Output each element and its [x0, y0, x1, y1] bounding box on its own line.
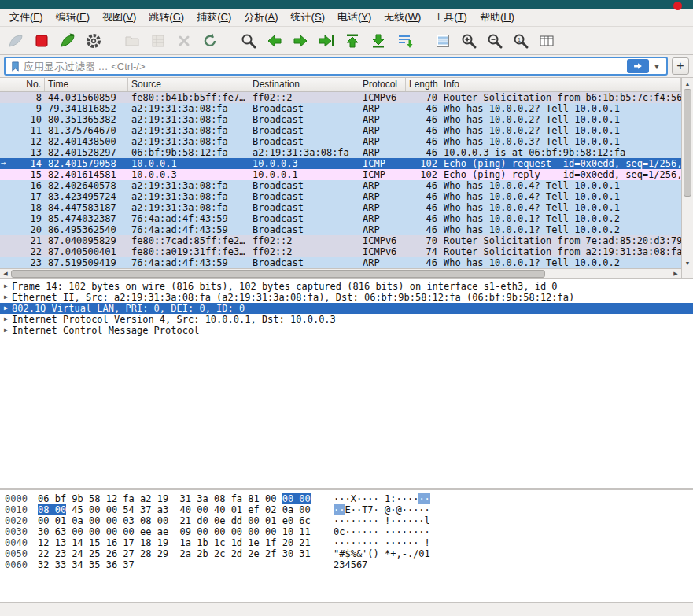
- go-to-packet-button[interactable]: [315, 29, 338, 53]
- filter-apply-button[interactable]: [627, 59, 649, 73]
- hex-line-0040[interactable]: 004012 13 14 15 16 17 18 19 1a 1b 1c 1d …: [5, 537, 693, 548]
- packet-row-9[interactable]: 979.341816852a2:19:31:3a:08:faBroadcastA…: [0, 103, 681, 114]
- menu-wireless[interactable]: 无线(W): [378, 9, 427, 26]
- menu-file[interactable]: 文件(F): [3, 9, 50, 26]
- packet-row-17[interactable]: 1783.423495724a2:19:31:3a:08:faBroadcast…: [0, 191, 681, 202]
- scroll-right-icon[interactable]: ▶: [670, 269, 681, 278]
- title-bar[interactable]: [0, 0, 693, 9]
- resize-columns-button[interactable]: [535, 29, 558, 53]
- hscroll-track[interactable]: [11, 269, 670, 278]
- scroll-down-icon[interactable]: ▼: [682, 257, 693, 268]
- find-packet-button[interactable]: [237, 29, 260, 53]
- packet-row-8[interactable]: 844.031560859fe80::b41b:b5ff:fe7…ff02::2…: [0, 92, 681, 103]
- auto-scroll-button[interactable]: [393, 29, 416, 53]
- expand-triangle-icon[interactable]: ▶: [0, 303, 12, 314]
- hex-line-0060[interactable]: 006032 33 34 35 36 37234567: [5, 559, 693, 570]
- packet-row-19[interactable]: 1985.47403238776:4a:ad:4f:43:59Broadcast…: [0, 213, 681, 224]
- packet-row-13[interactable]: 1382.40152829706:bf:9b:58:12:faa2:19:31:…: [0, 147, 681, 158]
- packet-row-10[interactable]: 1080.351365382a2:19:31:3a:08:faBroadcast…: [0, 114, 681, 125]
- menu-help[interactable]: 帮助(H): [474, 9, 521, 26]
- open-file-button: [120, 29, 144, 53]
- main-toolbar: 1: [0, 26, 693, 55]
- menu-capture[interactable]: 捕获(C): [190, 9, 238, 26]
- detail-row-3[interactable]: ▶Internet Protocol Version 4, Src: 10.0.…: [0, 314, 693, 325]
- go-forward-button[interactable]: [289, 29, 312, 53]
- menu-statistics[interactable]: 统计(S): [285, 9, 331, 26]
- vscroll-track[interactable]: [682, 89, 693, 257]
- zoom-in-button[interactable]: [457, 29, 481, 53]
- horizontal-scrollbar[interactable]: ◀ ▶: [0, 268, 681, 278]
- close-window-button[interactable]: [673, 2, 682, 10]
- packet-row-14[interactable]: →1482.40157905810.0.0.110.0.0.3ICMP102Ec…: [0, 158, 681, 169]
- capture-options-button[interactable]: [82, 29, 105, 53]
- cell-no: 18: [0, 202, 45, 213]
- cell-no: 10: [0, 114, 45, 125]
- hex-line-0020[interactable]: 002000 01 0a 00 00 03 08 00 21 d0 0e dd …: [5, 515, 693, 526]
- column-header-info[interactable]: Info: [440, 78, 681, 91]
- packet-row-21[interactable]: 2187.040095829fe80::7cad:85ff:fe2…ff02::…: [0, 235, 681, 246]
- vscroll-thumb[interactable]: [684, 89, 691, 197]
- expand-triangle-icon[interactable]: ▶: [0, 314, 12, 325]
- restart-capture-button[interactable]: [56, 29, 79, 53]
- svg-text:1: 1: [518, 37, 521, 42]
- expand-triangle-icon[interactable]: ▶: [0, 292, 12, 303]
- filter-bookmark-icon[interactable]: [7, 61, 24, 72]
- cell-source: a2:19:31:3a:08:fa: [128, 136, 249, 147]
- hscroll-thumb[interactable]: [11, 270, 545, 278]
- save-file-button: [146, 29, 170, 53]
- auto-scroll-icon: [396, 32, 413, 50]
- scroll-left-icon[interactable]: ◀: [0, 269, 11, 278]
- packet-row-12[interactable]: 1282.401438500a2:19:31:3a:08:faBroadcast…: [0, 136, 681, 147]
- detail-row-0[interactable]: ▶Frame 14: 102 bytes on wire (816 bits),…: [0, 281, 693, 292]
- hex-ascii: "#$%&'() *+,-./01: [334, 548, 693, 559]
- zoom-out-button[interactable]: [483, 29, 507, 53]
- column-header-time[interactable]: Time: [45, 78, 128, 91]
- menu-go[interactable]: 跳转(G): [142, 9, 190, 26]
- packet-row-15[interactable]: 1582.40161458110.0.0.310.0.0.1ICMP102Ech…: [0, 169, 681, 180]
- detail-row-4[interactable]: ▶Internet Control Message Protocol: [0, 325, 693, 336]
- hex-line-0030[interactable]: 003030 63 00 00 00 00 ee ae 09 00 00 00 …: [5, 526, 693, 537]
- packet-row-22[interactable]: 2287.040500401fe80::a019:31ff:fe3…ff02::…: [0, 246, 681, 257]
- packet-row-18[interactable]: 1884.447583187a2:19:31:3a:08:faBroadcast…: [0, 202, 681, 213]
- cell-length: 46: [406, 136, 440, 147]
- column-header-protocol[interactable]: Protocol: [359, 78, 406, 91]
- cell-length: 102: [406, 169, 440, 180]
- vertical-scrollbar[interactable]: ▲ ▼: [682, 78, 693, 268]
- menu-analyze[interactable]: 分析(A): [238, 9, 284, 26]
- expand-triangle-icon[interactable]: ▶: [0, 325, 12, 336]
- packet-row-11[interactable]: 1181.375764670a2:19:31:3a:08:faBroadcast…: [0, 125, 681, 136]
- go-back-button[interactable]: [263, 29, 286, 53]
- hex-line-0050[interactable]: 005022 23 24 25 26 27 28 29 2a 2b 2c 2d …: [5, 548, 693, 559]
- scroll-up-icon[interactable]: ▲: [682, 78, 693, 89]
- hex-line-0000[interactable]: 000006 bf 9b 58 12 fa a2 19 31 3a 08 fa …: [5, 493, 693, 504]
- packet-row-20[interactable]: 2086.49536254076:4a:ad:4f:43:59Broadcast…: [0, 224, 681, 235]
- menu-view[interactable]: 视图(V): [96, 9, 142, 26]
- cell-time: 80.351365382: [45, 114, 128, 125]
- zoom-original-button[interactable]: 1: [509, 29, 533, 53]
- stop-capture-button[interactable]: [30, 29, 53, 53]
- expand-triangle-icon[interactable]: ▶: [0, 281, 12, 292]
- column-header-no[interactable]: No.: [0, 78, 45, 91]
- cell-time: 44.031560859: [45, 92, 128, 103]
- cell-source: a2:19:31:3a:08:fa: [128, 125, 249, 136]
- hex-line-0010[interactable]: 001008 00 45 00 00 54 37 a3 40 00 40 01 …: [5, 504, 693, 515]
- detail-row-1[interactable]: ▶Ethernet II, Src: a2:19:31:3a:08:fa (a2…: [0, 292, 693, 303]
- menu-telephony[interactable]: 电话(Y): [331, 9, 378, 26]
- packet-row-23[interactable]: 2387.51950941976:4a:ad:4f:43:59Broadcast…: [0, 257, 681, 268]
- detail-row-2[interactable]: ▶802.1Q Virtual LAN, PRI: 0, DEI: 0, ID:…: [0, 303, 693, 314]
- menu-edit[interactable]: 编辑(E): [50, 9, 96, 26]
- filter-input[interactable]: [24, 61, 627, 72]
- go-last-button[interactable]: [367, 29, 390, 53]
- filter-add-button[interactable]: +: [672, 57, 689, 75]
- column-header-length[interactable]: Length: [406, 78, 440, 91]
- filter-dropdown-icon[interactable]: ▼: [649, 62, 665, 71]
- column-header-source[interactable]: Source: [128, 78, 249, 91]
- go-first-button[interactable]: [341, 29, 364, 53]
- display-filter-field[interactable]: ▼: [4, 57, 668, 76]
- menu-tools[interactable]: 工具(T): [427, 9, 474, 26]
- detail-text: 802.1Q Virtual LAN, PRI: 0, DEI: 0, ID: …: [12, 303, 245, 314]
- packet-row-16[interactable]: 1682.402640578a2:19:31:3a:08:faBroadcast…: [0, 180, 681, 191]
- reload-file-button[interactable]: [198, 29, 222, 53]
- colorize-button[interactable]: [431, 29, 455, 53]
- column-header-destination[interactable]: Destination: [249, 78, 359, 91]
